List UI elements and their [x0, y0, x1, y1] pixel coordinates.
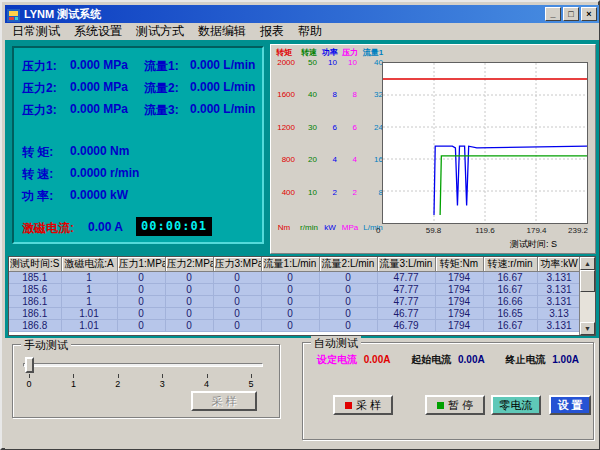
table-cell: 0 [261, 272, 319, 284]
readout-row: 转 速: 0.0000 r/min [14, 166, 262, 182]
axis-name: 转矩 [270, 47, 298, 58]
maximize-button[interactable]: □ [563, 7, 579, 21]
table-cell: 186.1 [9, 296, 61, 308]
table-row[interactable]: 185.610000047.77179416.673.131 [9, 284, 581, 296]
axis-tick-label: 8 [340, 90, 357, 99]
table-cell: 3.131 [537, 272, 581, 284]
grid-header-cell[interactable]: 流量1:L/min [261, 257, 319, 272]
table-cell: 0 [213, 296, 261, 308]
table-cell: 0 [213, 308, 261, 320]
scroll-thumb[interactable] [580, 270, 595, 292]
menu-item[interactable]: 帮助 [291, 23, 329, 40]
pause-button[interactable]: 暂 停 [425, 395, 485, 415]
scroll-up-button[interactable]: ▲ [580, 257, 595, 270]
power-value: 0.0000 kW [70, 188, 128, 202]
table-cell: 0 [117, 284, 165, 296]
grid-header-cell[interactable]: 压力2:MPa [165, 257, 213, 272]
grid-header-cell[interactable]: 激磁电流:A [61, 257, 117, 272]
table-cell: 0 [165, 320, 213, 332]
axis-tick-label: 1600 [270, 90, 295, 99]
table-scrollbar[interactable]: ▲ ▼ [579, 257, 595, 335]
readout-row: 激磁电流: 0.00 A 00:00:01 [14, 220, 262, 236]
minimize-button[interactable]: _ [545, 7, 561, 21]
start-current-value: 0.00A [458, 354, 485, 365]
menu-item[interactable]: 报表 [253, 23, 291, 40]
grid-header-cell[interactable]: 流量3:L/min [377, 257, 435, 272]
menu-item[interactable]: 数据编辑 [191, 23, 253, 40]
axis-name: 压力 [340, 47, 360, 58]
zero-current-button[interactable]: 零电流 [491, 395, 541, 415]
red-indicator [345, 402, 352, 409]
slider-tick-label: 0 [26, 379, 31, 389]
grid-header-cell[interactable]: 测试时间:S [9, 257, 61, 272]
grid-header-cell[interactable]: 压力3:MPa [213, 257, 261, 272]
axis-tick-label: 6 [320, 123, 337, 132]
x-tick-label: 179.4 [526, 226, 546, 235]
close-button[interactable]: × [581, 7, 597, 21]
window-title: LYNM 测试系统 [24, 7, 101, 22]
axis-unit: MPa [340, 223, 360, 232]
auto-sample-button[interactable]: 采 样 [333, 395, 393, 415]
manual-sample-button[interactable]: 采 样 [191, 391, 257, 411]
table-cell: 0 [165, 284, 213, 296]
menu-item[interactable]: 系统设置 [67, 23, 129, 40]
readout-row: 转 矩: 0.0000 Nm [14, 144, 262, 160]
table-cell: 3.131 [537, 320, 581, 332]
grid-header-cell[interactable]: 压力1:MPa [117, 257, 165, 272]
table-cell: 0 [165, 308, 213, 320]
menu-bar: 日常测试系统设置测试方式数据编辑报表帮助 [5, 23, 599, 40]
table-cell: 0 [117, 308, 165, 320]
axis-tick-label: 2 [340, 188, 357, 197]
x-tick-label: 119.6 [475, 226, 494, 235]
table-cell: 0 [213, 272, 261, 284]
axis-tick-label: 1200 [270, 123, 295, 132]
table-row[interactable]: 186.110000047.77179416.663.131 [9, 296, 581, 308]
grid-header-cell[interactable]: 流量2:L/min [319, 257, 377, 272]
chart-axis-gutter: 转矩200016001200800400Nm转速5040302010r/min功… [270, 46, 382, 246]
flow3-value: 0.000 L/min [190, 102, 255, 116]
table-cell: 1.01 [61, 308, 117, 320]
axis-tick-label: 8 [320, 90, 337, 99]
table-cell: 0 [117, 296, 165, 308]
flow-line [440, 156, 587, 215]
grid-header-cell[interactable]: 功率:kW [537, 257, 581, 272]
slider-tick-label: 3 [160, 379, 165, 389]
torque-label: 转 矩: [22, 144, 53, 161]
table-cell: 3.13 [537, 308, 581, 320]
axis-unit: kW [320, 223, 340, 232]
pause-label: 暂 停 [448, 398, 473, 413]
table-row[interactable]: 185.110000047.77179416.673.131 [9, 272, 581, 284]
current-slider[interactable]: 012345 [23, 357, 263, 391]
table-cell: 1 [61, 284, 117, 296]
pressure2-value: 0.000 MPa [70, 80, 128, 94]
table-cell: 1 [61, 272, 117, 284]
pressure2-label: 压力2: [22, 80, 57, 97]
set-current-label: 设定电流 [317, 354, 357, 365]
axis-tick-label: 4 [340, 155, 357, 164]
slider-tick [29, 374, 30, 378]
manual-test-title: 手动测试 [21, 338, 71, 353]
table-row[interactable]: 186.11.010000046.77179416.653.13 [9, 308, 581, 320]
table-cell: 16.67 [483, 284, 537, 296]
axis-tick-label: 2000 [270, 58, 295, 67]
menu-item[interactable]: 测试方式 [129, 23, 191, 40]
axis-tick-label: 8 [360, 188, 383, 197]
axis-tick-label: 2 [320, 188, 337, 197]
scroll-down-button[interactable]: ▼ [580, 322, 595, 335]
slider-thumb[interactable] [25, 357, 34, 373]
excitation-current-label: 激磁电流: [22, 220, 74, 237]
menu-item[interactable]: 日常测试 [5, 23, 67, 40]
axis-tick-label: 20 [298, 155, 317, 164]
table-cell: 47.77 [377, 296, 435, 308]
slider-tick [73, 374, 74, 378]
x-tick-label: 239.2 [568, 226, 588, 235]
window-controls: _ □ × [543, 7, 597, 21]
slider-track[interactable] [23, 363, 263, 367]
grid-header-cell[interactable]: 转速:r/min [483, 257, 537, 272]
table-row[interactable]: 186.81.010000046.79179416.673.131 [9, 320, 581, 332]
axis-tick-label: 30 [298, 123, 317, 132]
grid-header-cell[interactable]: 转矩:Nm [435, 257, 483, 272]
set-current-value: 0.00A [364, 354, 391, 365]
title-bar[interactable]: LYNM 测试系统 _ □ × [5, 5, 599, 23]
setup-button[interactable]: 设 置 [549, 395, 591, 415]
